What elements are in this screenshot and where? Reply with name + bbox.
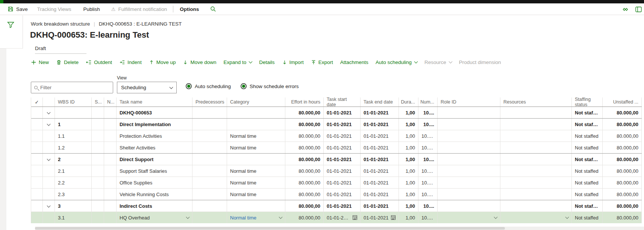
cell-staff[interactable]: Not staffed <box>572 130 603 142</box>
cell-start[interactable]: 01-01-2021 <box>324 142 361 153</box>
cell-start[interactable]: 01-01-2021 <box>324 165 361 177</box>
cell-num[interactable]: 10.... <box>418 119 438 130</box>
cell-effort[interactable]: 80.000,00 <box>285 107 324 118</box>
cell-res[interactable] <box>500 200 572 212</box>
cell-cat[interactable] <box>227 154 285 165</box>
cell-res[interactable] <box>500 130 572 142</box>
cell-dur[interactable]: 1,00 <box>399 212 418 223</box>
cell-res[interactable] <box>500 189 572 200</box>
cell-staff[interactable]: Not staffed <box>572 200 603 212</box>
cell-num[interactable]: 10.... <box>418 200 438 212</box>
cell-sel[interactable] <box>31 177 43 188</box>
cell-exp[interactable] <box>43 189 55 200</box>
cell-dur[interactable]: 1,00 <box>399 119 418 130</box>
cell-unstaff[interactable]: 80.000,00 <box>603 189 642 200</box>
header-role[interactable]: Role ID <box>438 97 500 107</box>
cell-exp[interactable] <box>43 107 55 118</box>
cell-wbs[interactable]: 1.2 <box>55 142 92 153</box>
cell-exp[interactable] <box>43 177 55 188</box>
header-unstaff[interactable]: Unstaffed ... <box>603 97 642 107</box>
cell-cat[interactable]: Normal time <box>227 142 285 153</box>
cell-task[interactable]: HQ Overhead <box>117 212 192 223</box>
cell-wbs[interactable]: 2.2 <box>55 177 92 188</box>
scrollbar-thumb[interactable] <box>35 227 505 230</box>
cell-pred[interactable] <box>192 200 227 212</box>
cell-num[interactable]: 10.0... <box>418 189 438 200</box>
import-button[interactable]: Import <box>282 59 304 65</box>
cell-task[interactable]: Indirect Costs <box>117 200 192 212</box>
cell-effort[interactable]: 80.000,00 <box>285 177 324 188</box>
cell-sel[interactable] <box>31 200 43 212</box>
cell-staff[interactable]: Not staffed <box>572 154 603 165</box>
cell-effort[interactable]: 80.000,00 <box>285 154 324 165</box>
cell-effort[interactable]: 80.000,00 <box>285 212 324 223</box>
options-button[interactable]: Options <box>180 6 199 12</box>
calendar-icon[interactable] <box>391 215 395 220</box>
breadcrumb-section[interactable]: Work breakdown structure <box>31 21 90 27</box>
cell-pred[interactable] <box>192 154 227 165</box>
cell-role[interactable] <box>438 212 500 223</box>
cell-exp[interactable] <box>43 200 55 212</box>
cell-pred[interactable] <box>192 107 227 118</box>
cell-end[interactable]: 01-01-2021 <box>361 212 399 223</box>
header-task[interactable]: Task name <box>117 97 192 107</box>
cell-end[interactable]: 01-01-2021 <box>361 130 399 142</box>
cell-wbs[interactable]: 3.1 <box>55 212 92 223</box>
cell-staff[interactable]: Not staffed <box>572 142 603 153</box>
cell-sel[interactable] <box>31 212 43 223</box>
cell-start[interactable]: 01-01-2021 <box>324 177 361 188</box>
header-end[interactable]: Task end date <box>361 97 399 107</box>
expand-chevron-icon[interactable] <box>47 157 51 161</box>
attachments-button[interactable]: Attachments <box>340 59 368 65</box>
table-row[interactable]: 2.2Office SuppliesNormal time80.000,0001… <box>31 177 642 188</box>
cell-unstaff[interactable]: 80.000,00 <box>603 119 642 130</box>
cell-pred[interactable] <box>192 130 227 142</box>
dropdown-chevron-icon[interactable] <box>186 215 190 219</box>
cell-n[interactable] <box>104 189 117 200</box>
cell-pred[interactable] <box>192 189 227 200</box>
cell-cat[interactable]: Normal time <box>227 165 285 177</box>
dropdown-chevron-icon[interactable] <box>494 215 498 219</box>
cell-cat[interactable] <box>227 107 285 118</box>
cell-num[interactable]: 10.0... <box>418 212 438 223</box>
cell-start[interactable]: 01-01-2021 <box>324 154 361 165</box>
cell-sel[interactable] <box>31 130 43 142</box>
cell-unstaff[interactable]: 80.000,00 <box>603 200 642 212</box>
cell-unstaff[interactable]: 80.000,00 <box>603 154 642 165</box>
cell-num[interactable]: 10.... <box>418 107 438 118</box>
header-start[interactable]: Task start date <box>324 97 361 107</box>
indent-button[interactable]: Indent <box>119 59 142 65</box>
cell-exp[interactable] <box>43 130 55 142</box>
cell-n[interactable] <box>104 142 117 153</box>
cell-s[interactable] <box>92 189 104 200</box>
cell-staff[interactable]: Not staffed <box>572 165 603 177</box>
cell-end[interactable]: 01-01-2021 <box>361 165 399 177</box>
cell-exp[interactable] <box>43 154 55 165</box>
cell-effort[interactable]: 80.000,00 <box>285 130 324 142</box>
header-dur[interactable]: Dura... <box>399 97 418 107</box>
cell-dur[interactable]: 1,00 <box>399 107 418 118</box>
cell-sel[interactable] <box>31 165 43 177</box>
cell-start[interactable]: 01-01-2021 <box>324 119 361 130</box>
cell-role[interactable] <box>438 177 500 188</box>
new-button[interactable]: New <box>31 59 49 65</box>
cell-end[interactable]: 01-01-2021 <box>361 200 399 212</box>
cell-s[interactable] <box>92 177 104 188</box>
cell-role[interactable] <box>438 165 500 177</box>
cell-res[interactable] <box>500 142 572 153</box>
cell-wbs[interactable]: 2 <box>55 154 92 165</box>
cell-num[interactable]: 10.0... <box>418 130 438 142</box>
cell-num[interactable]: 10.0... <box>418 177 438 188</box>
cell-exp[interactable] <box>43 165 55 177</box>
header-pred[interactable]: Predecessors <box>192 97 227 107</box>
cell-task[interactable]: Direct Implementation <box>117 119 192 130</box>
cell-start[interactable]: 01-01-2021 <box>324 189 361 200</box>
auto-scheduling-button[interactable]: Auto scheduling <box>376 59 417 65</box>
tracking-views-button[interactable]: Tracking Views <box>37 6 71 12</box>
table-row[interactable]: 2Direct Support80.000,0001-01-202101-01-… <box>31 153 642 165</box>
cell-unstaff[interactable]: 80.000,00 <box>603 142 642 153</box>
cell-dur[interactable]: 1,00 <box>399 200 418 212</box>
cell-s[interactable] <box>92 130 104 142</box>
expand-chevron-icon[interactable] <box>47 122 51 126</box>
select-all-header[interactable]: ✓ <box>31 97 43 107</box>
